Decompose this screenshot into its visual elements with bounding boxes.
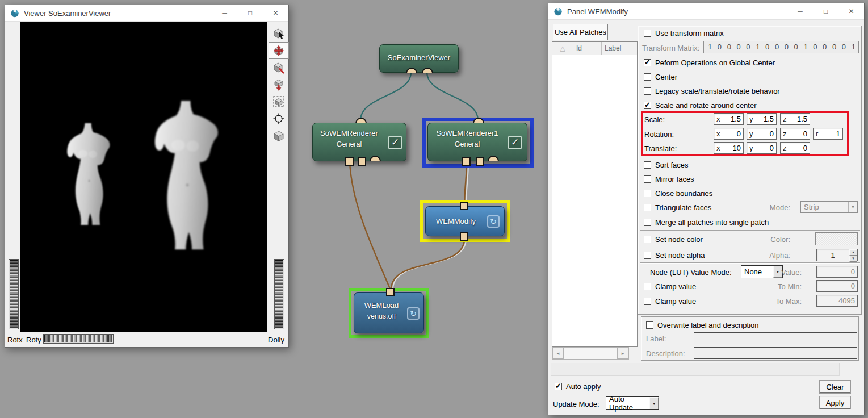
merge-patches-label: Merge all patches into single patch — [655, 218, 769, 227]
edge-viewer-renderer1[interactable] — [427, 72, 478, 120]
dolly-thumbwheel[interactable] — [274, 259, 284, 329]
auto-apply-row[interactable]: Auto apply — [555, 382, 601, 391]
center-checkbox[interactable] — [644, 73, 651, 81]
input-connector[interactable] — [462, 157, 471, 166]
use-transform-matrix-checkbox[interactable] — [644, 30, 651, 37]
table-horizontal-scrollbar[interactable]: ◂ ▸ — [552, 347, 629, 360]
scale-rotate-center-checkbox[interactable] — [644, 102, 651, 109]
clamp-min-row[interactable]: Clamp value — [644, 282, 696, 291]
scroll-left-icon[interactable]: ◂ — [552, 348, 564, 359]
scroll-right-icon[interactable]: ▸ — [617, 348, 628, 359]
scale-x-field[interactable]: x1.5 — [714, 113, 744, 125]
reload-icon[interactable]: ↻ — [407, 307, 420, 320]
node-wemload[interactable]: WEMLoad venus.off ↻ — [354, 292, 424, 333]
id-column-header[interactable]: Id — [573, 42, 602, 55]
merge-patches-checkbox[interactable] — [644, 219, 651, 226]
close-button[interactable]: ✕ — [838, 3, 864, 19]
center-row[interactable]: Center — [644, 73, 677, 81]
rotation-angle-field[interactable]: r1 — [813, 128, 843, 140]
output-connector[interactable] — [422, 68, 433, 73]
use-transform-matrix-row[interactable]: Use transform matrix — [644, 29, 724, 37]
translate-x-field[interactable]: x10 — [714, 142, 744, 154]
rotation-x-field[interactable]: x0 — [714, 128, 744, 140]
viewer-titlebar[interactable]: Viewer SoExaminerViewer ─ □ ✕ — [5, 5, 288, 22]
sort-faces-row[interactable]: Sort faces — [644, 161, 689, 169]
sort-column-header[interactable]: △ — [552, 42, 573, 55]
translate-y-field[interactable]: y0 — [747, 142, 777, 154]
pick-mode-button[interactable] — [269, 25, 289, 42]
rotation-z-field[interactable]: z0 — [780, 128, 810, 140]
auto-apply-checkbox[interactable] — [555, 383, 562, 390]
maximize-button[interactable]: □ — [237, 5, 263, 21]
set-node-color-checkbox[interactable] — [644, 236, 651, 243]
input-connector[interactable] — [370, 156, 381, 161]
triangulate-faces-checkbox[interactable] — [644, 204, 651, 211]
input-connector[interactable] — [476, 157, 484, 166]
close-button[interactable]: ✕ — [263, 5, 288, 21]
scale-y-field[interactable]: y1.5 — [747, 113, 777, 125]
rotate-view-button[interactable] — [269, 42, 289, 59]
edge-viewer-renderer[interactable] — [360, 72, 411, 120]
clear-button[interactable]: Clear — [820, 381, 850, 393]
translate-z-field[interactable]: z0 — [780, 142, 810, 154]
rotx-thumbwheel[interactable] — [9, 259, 19, 329]
patches-table[interactable]: △ Id Label — [552, 41, 638, 347]
legacy-row[interactable]: Legacy scale/translate/rotate behavior — [644, 87, 780, 95]
apply-button[interactable]: Apply — [820, 396, 850, 409]
reload-icon[interactable]: ↻ — [487, 215, 500, 228]
merge-patches-row[interactable]: Merge all patches into single patch — [644, 218, 769, 227]
set-center-button[interactable] — [269, 110, 289, 127]
perform-operations-checkbox[interactable] — [644, 59, 651, 66]
node-wemmodify[interactable]: WEMModify ↻ — [425, 206, 505, 236]
input-connector[interactable] — [358, 157, 366, 166]
triangulate-faces-row[interactable]: Triangulate faces — [644, 203, 711, 212]
view-down-button[interactable] — [269, 76, 289, 93]
close-boundaries-row[interactable]: Close boundaries — [644, 189, 712, 198]
close-boundaries-checkbox[interactable] — [644, 190, 651, 197]
mirror-faces-checkbox[interactable] — [644, 175, 651, 183]
color-label: Color: — [757, 235, 790, 244]
edge-load-modify[interactable] — [391, 239, 464, 289]
node-enable-checkbox[interactable]: ✓ — [508, 136, 522, 149]
panel-titlebar[interactable]: Panel WEMModify ─ □ ✕ — [548, 3, 864, 20]
node-soexaminerviewer[interactable]: SoExaminerViewer — [379, 44, 459, 73]
tab-use-all-patches[interactable]: Use All Patches — [553, 24, 608, 40]
node-enable-checkbox[interactable]: ✓ — [388, 136, 402, 149]
clamp-max-checkbox[interactable] — [644, 298, 651, 305]
set-node-alpha-row[interactable]: Set node alpha — [644, 251, 705, 260]
view-all-button[interactable] — [269, 93, 289, 110]
viewer-3d-canvas[interactable] — [20, 22, 267, 332]
edge-load-renderer[interactable] — [350, 162, 390, 289]
perform-operations-row[interactable]: Peform Operations on Global Center — [644, 58, 775, 67]
clamp-min-label: Clamp value — [655, 282, 696, 291]
scale-z-field[interactable]: z1.5 — [780, 113, 810, 125]
clamp-max-row[interactable]: Clamp value — [644, 297, 696, 306]
output-connector[interactable] — [460, 232, 468, 241]
set-node-color-row[interactable]: Set node color — [644, 235, 703, 244]
overwrite-checkbox[interactable] — [646, 321, 653, 329]
perspective-button[interactable] — [269, 127, 289, 144]
rotation-y-field[interactable]: y0 — [747, 128, 777, 140]
separator — [640, 230, 860, 231]
scale-rotate-center-row[interactable]: Scale and rotate around center — [644, 101, 757, 110]
legacy-checkbox[interactable] — [644, 87, 651, 95]
seek-button[interactable] — [269, 59, 289, 76]
clamp-min-checkbox[interactable] — [644, 283, 651, 290]
roty-thumbwheel[interactable] — [43, 334, 114, 344]
update-mode-dropdown[interactable]: Auto Update ▼ — [606, 396, 659, 410]
set-node-alpha-checkbox[interactable] — [644, 252, 651, 259]
sort-faces-checkbox[interactable] — [644, 161, 651, 169]
overwrite-row[interactable]: Overwrite label and description — [646, 321, 758, 329]
output-connector[interactable] — [386, 288, 395, 296]
minimize-button[interactable]: ─ — [212, 5, 237, 21]
label-column-header[interactable]: Label — [602, 42, 637, 55]
input-connector[interactable] — [345, 157, 354, 166]
maximize-button[interactable]: □ — [813, 3, 838, 19]
mirror-faces-row[interactable]: Mirror faces — [644, 175, 694, 183]
node-sowemrenderer[interactable]: SoWEMRenderer General ✓ — [312, 123, 406, 161]
input-connector[interactable] — [460, 202, 468, 210]
node-sowemrenderer1[interactable]: SoWEMRenderer1 General ✓ — [427, 123, 527, 161]
input-connector[interactable] — [488, 156, 499, 161]
output-connector[interactable] — [406, 68, 417, 73]
minimize-button[interactable]: ─ — [787, 3, 813, 19]
